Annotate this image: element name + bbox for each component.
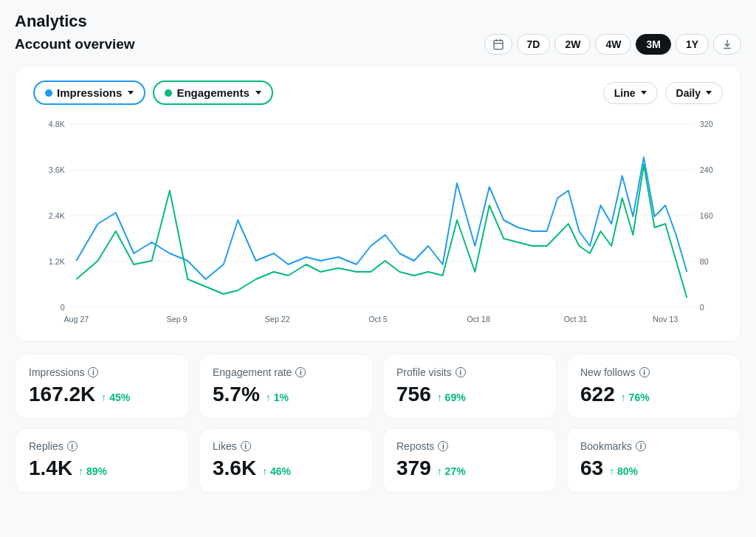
svg-text:320: 320 bbox=[700, 120, 713, 129]
impressions-dot bbox=[45, 89, 52, 97]
svg-text:Sep 9: Sep 9 bbox=[167, 315, 188, 324]
engagements-filter-btn[interactable]: Engagements bbox=[153, 81, 272, 105]
chart-card: Impressions Engagements Line Daily bbox=[15, 65, 741, 342]
stat-new-follows: New follows i 622 ↑ 76% bbox=[566, 354, 741, 419]
likes-info-icon[interactable]: i bbox=[241, 441, 251, 451]
engagements-chevron bbox=[255, 91, 261, 95]
impressions-stat-value: 167.2K bbox=[29, 383, 95, 406]
line-view-label: Line bbox=[614, 87, 636, 99]
bookmarks-value: 63 bbox=[580, 456, 603, 480]
svg-text:1.2K: 1.2K bbox=[49, 257, 66, 266]
reposts-label: Reposts bbox=[396, 440, 434, 452]
engagements-label: Engagements bbox=[176, 86, 249, 99]
new-follows-info-icon[interactable]: i bbox=[639, 367, 650, 377]
engagements-dot bbox=[165, 89, 172, 97]
chart-filters: Impressions Engagements bbox=[33, 81, 273, 105]
profile-visits-value: 756 bbox=[396, 383, 431, 406]
stat-reposts: Reposts i 379 ↑ 27% bbox=[382, 428, 557, 493]
svg-text:Sep 22: Sep 22 bbox=[265, 315, 290, 324]
time-1y-btn[interactable]: 1Y bbox=[676, 34, 709, 55]
stat-impressions: Impressions i 167.2K ↑ 45% bbox=[15, 354, 190, 419]
impressions-filter-btn[interactable]: Impressions bbox=[33, 81, 145, 105]
calendar-icon-btn[interactable] bbox=[484, 34, 512, 55]
profile-visits-change: ↑ 69% bbox=[437, 391, 466, 403]
bookmarks-label: Bookmarks bbox=[580, 440, 632, 452]
time-3m-btn[interactable]: 3M bbox=[636, 34, 670, 55]
svg-text:Aug 27: Aug 27 bbox=[63, 315, 89, 324]
impressions-stat-change: ↑ 45% bbox=[101, 391, 130, 403]
bookmarks-change: ↑ 80% bbox=[609, 465, 638, 477]
engagement-rate-value: 5.7% bbox=[213, 383, 260, 406]
time-2w-btn[interactable]: 2W bbox=[554, 34, 591, 55]
section-title: Account overview bbox=[15, 36, 135, 52]
stats-row-2: Replies i 1.4K ↑ 89% Likes i 3.6K ↑ 46% … bbox=[15, 428, 741, 493]
time-4w-btn[interactable]: 4W bbox=[595, 34, 631, 55]
stats-row-1: Impressions i 167.2K ↑ 45% Engagement ra… bbox=[15, 354, 741, 419]
impressions-label: Impressions bbox=[57, 86, 122, 99]
svg-text:Oct 18: Oct 18 bbox=[467, 315, 490, 324]
chart-area: 4.8K 3.6K 2.4K 1.2K 0 320 240 160 80 0 A… bbox=[33, 117, 723, 331]
stat-engagement-rate: Engagement rate i 5.7% ↑ 1% bbox=[199, 354, 374, 419]
time-controls: 7D 2W 4W 3M 1Y bbox=[484, 34, 741, 55]
line-chevron bbox=[641, 91, 647, 95]
new-follows-label: New follows bbox=[580, 366, 636, 378]
bookmarks-info-icon[interactable]: i bbox=[636, 441, 646, 451]
svg-text:Nov 13: Nov 13 bbox=[653, 315, 678, 324]
svg-text:3.6K: 3.6K bbox=[49, 165, 66, 174]
profile-visits-label: Profile visits bbox=[396, 366, 452, 378]
impressions-chevron bbox=[128, 91, 134, 95]
reposts-info-icon[interactable]: i bbox=[438, 441, 448, 451]
impressions-stat-label: Impressions bbox=[29, 366, 84, 378]
engagement-rate-label: Engagement rate bbox=[213, 366, 292, 378]
daily-chevron bbox=[706, 91, 712, 95]
svg-rect-0 bbox=[494, 41, 503, 49]
svg-text:240: 240 bbox=[700, 165, 713, 174]
replies-change: ↑ 89% bbox=[78, 465, 107, 477]
new-follows-value: 622 bbox=[580, 383, 615, 406]
line-view-btn[interactable]: Line bbox=[603, 82, 658, 104]
profile-visits-info-icon[interactable]: i bbox=[456, 367, 466, 377]
replies-label: Replies bbox=[29, 440, 63, 452]
stat-likes: Likes i 3.6K ↑ 46% bbox=[199, 428, 374, 493]
likes-change: ↑ 46% bbox=[262, 465, 291, 477]
svg-text:Oct 31: Oct 31 bbox=[564, 315, 588, 324]
engagement-info-icon[interactable]: i bbox=[295, 367, 306, 377]
line-chart: 4.8K 3.6K 2.4K 1.2K 0 320 240 160 80 0 A… bbox=[33, 117, 723, 331]
engagement-rate-change: ↑ 1% bbox=[266, 391, 289, 403]
daily-view-btn[interactable]: Daily bbox=[665, 82, 723, 104]
stat-bookmarks: Bookmarks i 63 ↑ 80% bbox=[566, 428, 741, 493]
replies-info-icon[interactable]: i bbox=[67, 441, 78, 451]
likes-value: 3.6K bbox=[213, 456, 256, 480]
download-btn[interactable] bbox=[713, 34, 741, 55]
new-follows-change: ↑ 76% bbox=[621, 391, 650, 403]
daily-view-label: Daily bbox=[676, 87, 701, 99]
svg-text:0: 0 bbox=[700, 303, 704, 312]
reposts-change: ↑ 27% bbox=[437, 465, 466, 477]
likes-label: Likes bbox=[213, 440, 237, 452]
svg-text:Oct 5: Oct 5 bbox=[368, 315, 388, 324]
svg-text:0: 0 bbox=[61, 303, 65, 312]
svg-text:2.4K: 2.4K bbox=[49, 211, 66, 220]
time-7d-btn[interactable]: 7D bbox=[517, 34, 551, 55]
svg-text:4.8K: 4.8K bbox=[49, 120, 66, 129]
replies-value: 1.4K bbox=[29, 456, 72, 480]
chart-view-controls: Line Daily bbox=[603, 82, 723, 104]
svg-text:160: 160 bbox=[700, 211, 713, 220]
impressions-info-icon[interactable]: i bbox=[88, 367, 98, 377]
svg-text:80: 80 bbox=[700, 257, 709, 266]
stat-profile-visits: Profile visits i 756 ↑ 69% bbox=[382, 354, 557, 419]
reposts-value: 379 bbox=[396, 456, 431, 480]
stat-replies: Replies i 1.4K ↑ 89% bbox=[15, 428, 190, 493]
page-title: Analytics bbox=[15, 12, 741, 31]
